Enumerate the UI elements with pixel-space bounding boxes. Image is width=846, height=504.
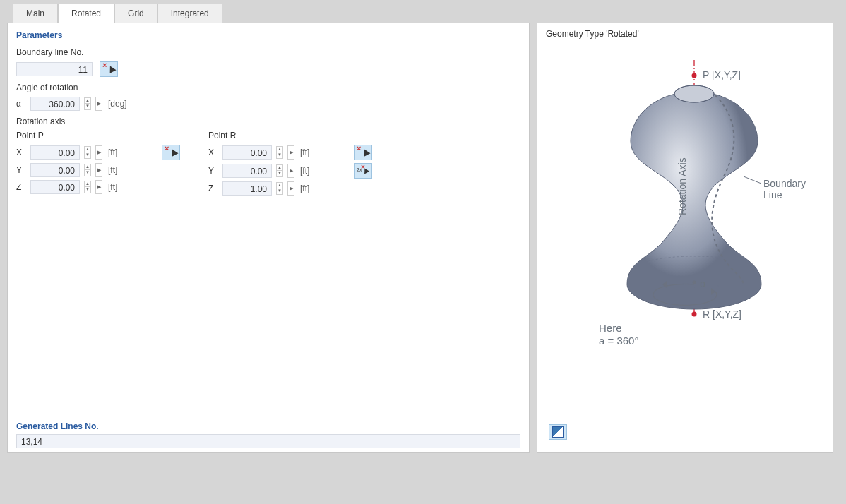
pick-point-p-button[interactable] xyxy=(162,145,180,160)
rx-unit: [ft] xyxy=(300,148,321,157)
expand-icon xyxy=(552,426,564,438)
svg-point-6 xyxy=(692,312,697,317)
py-label: Y xyxy=(16,165,26,175)
alpha-unit: [deg] xyxy=(108,99,129,109)
angle-rotation-label: Angle of rotation xyxy=(16,83,520,92)
alpha-input[interactable]: 360.00 xyxy=(30,97,80,111)
ry-input[interactable]: 0.00 xyxy=(222,164,272,178)
svg-point-13 xyxy=(693,281,696,284)
cursor-pick-icon xyxy=(358,148,368,157)
svg-text:Rotation Axis: Rotation Axis xyxy=(677,157,688,215)
px-unit: [ft] xyxy=(108,148,129,157)
svg-text:R [X,Y,Z]: R [X,Y,Z] xyxy=(703,308,741,320)
expand-preview-button[interactable] xyxy=(549,424,567,440)
svg-text:Here: Here xyxy=(599,322,622,334)
py-spinner[interactable]: ▲▼ xyxy=(84,163,91,177)
pz-label: Z xyxy=(16,182,26,192)
py-menu-button[interactable]: ▶ xyxy=(95,163,102,177)
py-unit: [ft] xyxy=(108,165,129,175)
generated-lines-title: Generated Lines No. xyxy=(16,421,529,431)
cursor-pick-icon xyxy=(104,64,114,74)
rotation-axis-label: Rotation axis xyxy=(16,116,520,126)
svg-text:P [X,Y,Z]: P [X,Y,Z] xyxy=(703,69,741,80)
pz-menu-button[interactable]: ▶ xyxy=(95,180,102,194)
parameters-panel: Parameters Boundary line No. 11 Angle of… xyxy=(7,23,530,453)
rz-input[interactable]: 1.00 xyxy=(222,181,272,196)
ry-spinner[interactable]: ▲▼ xyxy=(276,164,283,178)
px-input[interactable]: 0.00 xyxy=(30,145,80,160)
tab-rotated[interactable]: Rotated xyxy=(58,4,114,23)
point-p-column: Point P X 0.00 ▲▼ ▶ [ft] Y 0.00 ▲▼ ▶ [ft… xyxy=(16,131,180,198)
pz-input[interactable]: 0.00 xyxy=(30,180,80,194)
ry-menu-button[interactable]: ▶ xyxy=(287,164,294,178)
svg-point-4 xyxy=(692,73,697,78)
tab-main[interactable]: Main xyxy=(13,4,58,23)
rz-menu-button[interactable]: ▶ xyxy=(287,181,294,196)
tab-grid[interactable]: Grid xyxy=(114,4,157,23)
rz-label: Z xyxy=(208,184,218,193)
rx-spinner[interactable]: ▲▼ xyxy=(276,145,283,160)
preview-svg: P [X,Y,Z] R [X,Y,Z] Rotation Axis Bounda… xyxy=(574,53,828,356)
geometry-type-title: Geometry Type 'Rotated' xyxy=(546,29,824,39)
alpha-menu-button[interactable]: ▶ xyxy=(95,97,102,111)
two-point-pick-icon: × xyxy=(357,166,369,176)
cursor-pick-icon xyxy=(166,148,176,157)
svg-text:a = 360°: a = 360° xyxy=(599,335,638,347)
rotated-geometry-preview: P [X,Y,Z] R [X,Y,Z] Rotation Axis Bounda… xyxy=(546,46,824,420)
ry-label: Y xyxy=(208,166,218,176)
tab-integrated[interactable]: Integrated xyxy=(157,4,222,23)
boundary-line-input[interactable]: 11 xyxy=(16,62,93,76)
svg-text:α: α xyxy=(700,277,706,289)
svg-text:Line: Line xyxy=(763,189,782,200)
rz-spinner[interactable]: ▲▼ xyxy=(276,181,283,196)
geometry-preview-panel: Geometry Type 'Rotated' xyxy=(537,23,833,453)
point-p-label: Point P xyxy=(16,131,180,140)
point-r-column: Point R X 0.00 ▲▼ ▶ [ft] Y 0.00 ▲▼ ▶ [ft… xyxy=(208,131,372,198)
alpha-symbol: α xyxy=(16,99,26,109)
pick-two-points-button[interactable]: × xyxy=(354,163,372,179)
ry-unit: [ft] xyxy=(300,166,321,176)
generated-lines-section: Generated Lines No. 13,14 xyxy=(16,421,529,448)
rx-input[interactable]: 0.00 xyxy=(222,145,272,160)
alpha-spinner[interactable]: ▲▼ xyxy=(84,97,91,111)
pz-unit: [ft] xyxy=(108,182,129,192)
px-spinner[interactable]: ▲▼ xyxy=(84,145,91,160)
tab-bar: Main Rotated Grid Integrated xyxy=(0,0,846,23)
boundary-line-label: Boundary line No. xyxy=(16,47,520,57)
parameters-title: Parameters xyxy=(16,30,520,40)
py-input[interactable]: 0.00 xyxy=(30,163,80,177)
rx-menu-button[interactable]: ▶ xyxy=(287,145,294,160)
pick-point-r-button[interactable] xyxy=(354,145,372,160)
pick-boundary-button[interactable] xyxy=(100,61,118,77)
pz-spinner[interactable]: ▲▼ xyxy=(84,180,91,194)
generated-lines-input[interactable]: 13,14 xyxy=(16,434,520,448)
px-label: X xyxy=(16,148,26,157)
svg-text:Boundary: Boundary xyxy=(763,178,806,189)
rz-unit: [ft] xyxy=(300,184,321,193)
point-r-label: Point R xyxy=(208,131,372,140)
rx-label: X xyxy=(208,148,218,157)
px-menu-button[interactable]: ▶ xyxy=(95,145,102,160)
